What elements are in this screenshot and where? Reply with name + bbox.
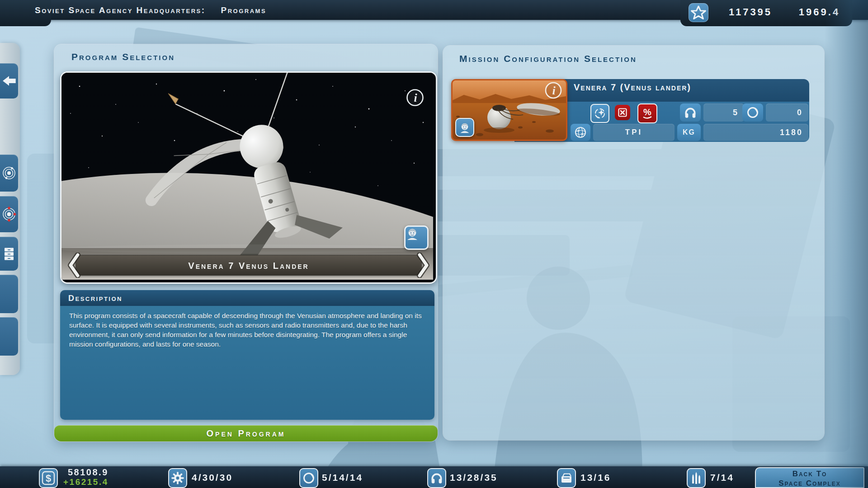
headphones-icon [684,107,697,118]
forbidden-icon [617,107,628,118]
mission-target-tile [571,124,590,141]
svg-text:%: % [643,107,651,117]
info-icon: i [544,81,562,99]
orbit-icon [1,165,17,181]
page-title-section: Programs [221,5,267,15]
svg-text:$: $ [46,473,51,484]
mission-control-tile-bar [427,468,446,488]
back-arrow-icon [1,74,17,88]
mission-control-count: 13/28/35 [450,466,498,488]
back-button[interactable] [0,63,18,99]
globe-icon [574,126,587,139]
helmet-icon [746,106,759,119]
top-bar-right-tab: 117395 1969.4 [680,0,852,26]
page-title: Soviet Space Agency Headquarters:Program… [35,0,266,20]
star-icon [689,3,708,22]
back-button-line2: Space Complex [756,479,863,488]
sidebar-item-orbits[interactable] [0,155,18,192]
program-image [61,73,433,280]
game-screen: Soviet Space Agency Headquarters:Program… [0,0,868,488]
astronauts-tile [299,468,318,488]
carousel-next-button[interactable] [415,253,430,278]
mission-forbidden-badge [615,105,630,120]
mission-control-value: 5 [703,103,744,122]
background-edge-shade [825,0,868,488]
percent-icon: % [641,107,654,120]
program-crew-badge[interactable] [404,225,429,250]
program-selection-header: Program Selection [71,52,175,62]
sidebar-item-archive[interactable] [0,237,18,271]
funds-tile: $ [39,468,58,488]
mission-control-tile [680,103,701,122]
description-panel: Description This program consists of a s… [60,290,434,420]
facilities-tile [557,468,576,488]
mass-value-field: 1180 [703,124,808,141]
headphones-icon [430,472,443,484]
funds-change: +16215.4 [63,477,108,487]
astronauts-count: 5/14/14 [322,466,363,488]
sidebar-rail [0,43,20,375]
mission-crew-tile [742,103,763,122]
back-button-line1: Back To [756,469,863,479]
folder-icon [560,472,573,484]
mission-card[interactable]: Venera 7 (Venus lander) [451,79,809,142]
rockets-count: 7/14 [710,466,734,488]
helmet-icon [302,472,315,484]
scientists-count: 4/30/30 [192,466,233,488]
prestige-badge [689,3,708,22]
mission-percent-badge: % [637,103,657,123]
cosmonaut-face-icon [406,227,419,240]
sidebar-item-orbits-alert[interactable] [0,196,18,232]
program-info-button[interactable]: i [406,89,424,107]
description-text: This program consists of a spacecraft ca… [60,306,434,420]
page-title-location: Soviet Space Agency Headquarters: [35,5,206,15]
facilities-count: 13/16 [580,466,611,488]
program-selection-panel: Program Selection [54,44,438,441]
mission-type-field: TPI [593,124,675,141]
program-carousel-label: Venera 7 Venus Lander [76,255,421,275]
dollar-icon: $ [42,471,55,485]
mission-info-button[interactable]: i [544,81,562,99]
mission-intercept-badge [590,104,609,123]
funds-readout: 58108.9 +16215.4 [63,467,108,487]
chevron-left-icon [67,253,82,278]
intercept-icon [594,107,606,120]
prestige-value: 117395 [717,0,784,26]
mission-thumbnail: i [451,79,567,141]
sidebar-item-6[interactable] [0,317,18,356]
funds-value: 58108.9 [68,467,108,477]
status-bar: $ 58108.9 +16215.4 4/30/30 [0,466,868,488]
mass-unit-tile: KG [677,124,701,141]
game-date: 1969.4 [791,0,848,26]
scientists-tile [168,468,187,488]
mission-configuration-header: Mission Configuration Selection [459,53,637,64]
mission-card-title: Venera 7 (Venus lander) [574,82,691,93]
mission-crew-value: 0 [766,103,808,122]
open-program-button[interactable]: Open Program [54,425,438,441]
back-to-space-complex-button[interactable]: Back To Space Complex [755,467,864,488]
svg-text:i: i [414,91,417,104]
svg-text:i: i [552,84,556,97]
archive-icon [3,247,15,261]
cosmonaut-face-icon [459,122,471,133]
rockets-icon [690,472,702,484]
gear-icon [171,472,184,484]
chevron-right-icon [415,253,430,278]
mission-configuration-panel: Mission Configuration Selection Venera 7… [443,46,824,440]
orbit-alert-icon [1,206,17,222]
program-image-viewer: i Venera 7 Venus Lander [60,71,437,284]
sidebar-item-5[interactable] [0,275,18,313]
description-header: Description [60,290,434,306]
mission-crew-badge [455,118,474,137]
rockets-tile [687,468,706,488]
info-icon: i [406,89,424,107]
carousel-prev-button[interactable] [67,253,82,278]
